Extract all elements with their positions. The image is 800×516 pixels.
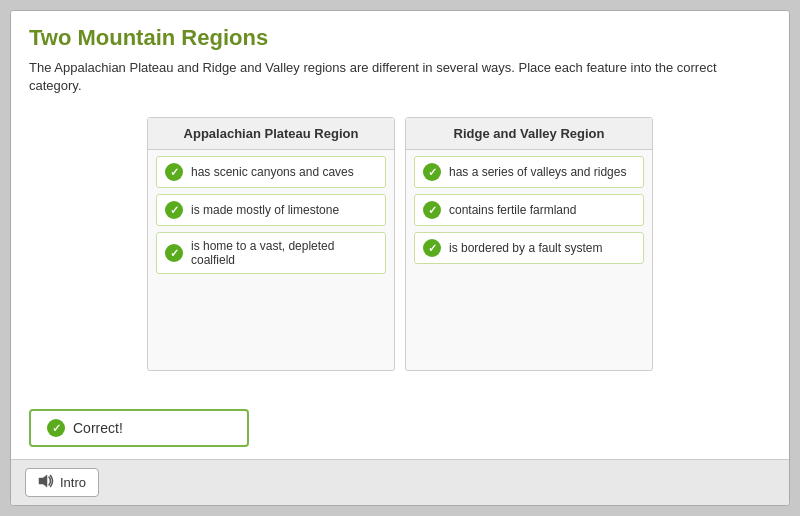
main-content: Appalachian Plateau Region has scenic ca… <box>11 103 789 401</box>
category-ridge-valley-items: has a series of valleys and ridges conta… <box>406 150 652 370</box>
list-item: has scenic canyons and caves <box>156 156 386 188</box>
header: Two Mountain Regions The Appalachian Pla… <box>11 11 789 103</box>
category-ridge-valley-header: Ridge and Valley Region <box>406 118 652 150</box>
correct-badge: Correct! <box>29 409 249 447</box>
instruction-text: The Appalachian Plateau and Ridge and Va… <box>29 59 771 95</box>
item-text: is bordered by a fault system <box>449 241 635 255</box>
check-icon <box>423 201 441 219</box>
check-icon <box>423 163 441 181</box>
item-text: has a series of valleys and ridges <box>449 165 635 179</box>
correct-label: Correct! <box>73 420 123 436</box>
category-ridge-valley: Ridge and Valley Region has a series of … <box>405 117 653 371</box>
category-appalachian: Appalachian Plateau Region has scenic ca… <box>147 117 395 371</box>
list-item: is bordered by a fault system <box>414 232 644 264</box>
category-appalachian-header: Appalachian Plateau Region <box>148 118 394 150</box>
list-item: is home to a vast, depleted coalfield <box>156 232 386 274</box>
check-icon <box>165 201 183 219</box>
check-icon <box>165 244 183 262</box>
correct-check-icon <box>47 419 65 437</box>
item-text: is home to a vast, depleted coalfield <box>191 239 377 267</box>
check-icon <box>423 239 441 257</box>
check-icon <box>165 163 183 181</box>
item-text: contains fertile farmland <box>449 203 635 217</box>
item-text: has scenic canyons and caves <box>191 165 377 179</box>
speaker-icon <box>38 474 54 491</box>
svg-marker-0 <box>39 475 47 487</box>
item-text: is made mostly of limestone <box>191 203 377 217</box>
list-item: is made mostly of limestone <box>156 194 386 226</box>
list-item: has a series of valleys and ridges <box>414 156 644 188</box>
footer-area: Correct! <box>11 401 789 459</box>
intro-button[interactable]: Intro <box>25 468 99 497</box>
list-item: contains fertile farmland <box>414 194 644 226</box>
intro-button-label: Intro <box>60 475 86 490</box>
app-container: Two Mountain Regions The Appalachian Pla… <box>10 10 790 506</box>
page-title: Two Mountain Regions <box>29 25 771 51</box>
categories-row: Appalachian Plateau Region has scenic ca… <box>29 117 771 371</box>
bottom-bar: Intro <box>11 459 789 505</box>
category-appalachian-items: has scenic canyons and caves is made mos… <box>148 150 394 370</box>
